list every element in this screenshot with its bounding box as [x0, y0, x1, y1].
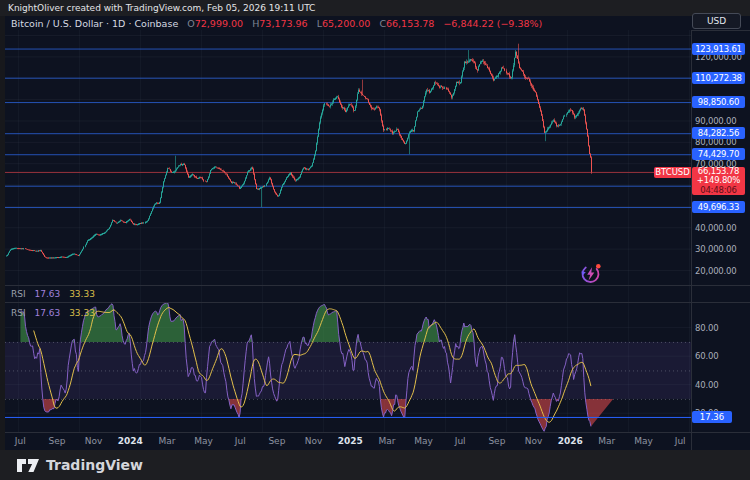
close-value: 66,153.78 [386, 18, 434, 29]
symbol-legend: Bitcoin / U.S. Dollar · 1D · Coinbase O7… [11, 18, 542, 29]
time-tick: Mar [378, 436, 395, 446]
rsi-tick: 40.00 [695, 380, 718, 390]
tradingview-logo-icon[interactable] [16, 457, 42, 478]
time-tick: Nov [85, 436, 103, 446]
price-level-label: 49,696.33 [692, 201, 745, 213]
time-tick: Sep [488, 436, 505, 446]
time-tick: Mar [159, 436, 176, 446]
time-tick: May [194, 436, 213, 446]
rsi-collapsed-legend: RSI 17.63 33.33 [11, 289, 95, 299]
time-tick: 2025 [338, 436, 363, 446]
last-price-label: 66,153.78 +149.80% 04:48:06 [692, 167, 745, 195]
time-tick: Sep [49, 436, 66, 446]
rsi-tick: 80.00 [695, 323, 718, 333]
change-value: −6,844.22 (−9.38%) [443, 18, 542, 29]
price-tick: 30,000.00 [695, 244, 736, 254]
attribution-text: KnightOliver created with TradingView.co… [8, 0, 315, 16]
time-tick: Jul [15, 436, 26, 446]
refresh-lightning-icon[interactable] [578, 260, 604, 286]
price-level-label: 110,272.38 [692, 72, 745, 84]
price-level-label: 74,429.70 [692, 148, 745, 160]
rsi-value: 17.63 [35, 289, 61, 299]
rsi-legend: RSI 17.63 33.33 [11, 308, 95, 318]
time-tick: 2026 [558, 436, 583, 446]
high-value: 73,173.96 [259, 18, 307, 29]
price-tick: 20,000.00 [695, 266, 736, 276]
price-tick: 90,000.00 [695, 116, 736, 126]
price-level-label: 123,913.61 [692, 43, 745, 55]
bar-countdown: 04:48:06 [692, 186, 745, 195]
time-tick: Nov [525, 436, 543, 446]
rsi-value: 17.63 [35, 308, 61, 318]
rsi-collapsed-pane[interactable] [5, 286, 691, 302]
symbol-title: Bitcoin / U.S. Dollar · 1D · Coinbase [11, 18, 178, 29]
main-chart-area[interactable] [5, 30, 691, 285]
tradingview-chart-screenshot: { "attribution": { "text": "KnightOliver… [0, 0, 750, 480]
rsi-name: RSI [11, 289, 26, 299]
tradingview-wordmark[interactable]: TradingView [46, 450, 143, 480]
time-tick: Jul [235, 436, 246, 446]
symbol-price-tag: BTCUSD [654, 167, 691, 178]
rsi-ma-value: 33.33 [69, 308, 95, 318]
rsi-name: RSI [11, 308, 26, 318]
time-tick: Nov [305, 436, 323, 446]
open-label: O [187, 18, 194, 29]
open-value: 72,999.00 [195, 18, 243, 29]
currency-usd-button[interactable]: USD [692, 13, 741, 29]
price-level-label: 84,282.56 [692, 127, 745, 139]
attribution-bar: KnightOliver created with TradingView.co… [0, 0, 750, 16]
time-tick: Jul [455, 436, 466, 446]
time-tick: 2024 [118, 436, 143, 446]
rsi-last-value-label: 17.36 [692, 411, 732, 423]
time-tick: May [634, 436, 653, 446]
rsi-ma-value: 33.33 [69, 289, 95, 299]
price-level-label: 98,850.60 [692, 96, 745, 108]
price-tick: 40,000.00 [695, 223, 736, 233]
time-tick: May [414, 436, 433, 446]
low-value: 65,200.00 [322, 18, 370, 29]
time-tick: Jul [675, 436, 686, 446]
rsi-pane[interactable] [5, 303, 691, 432]
rsi-tick: 60.00 [695, 351, 718, 361]
time-tick: Mar [598, 436, 615, 446]
time-tick: Sep [268, 436, 285, 446]
